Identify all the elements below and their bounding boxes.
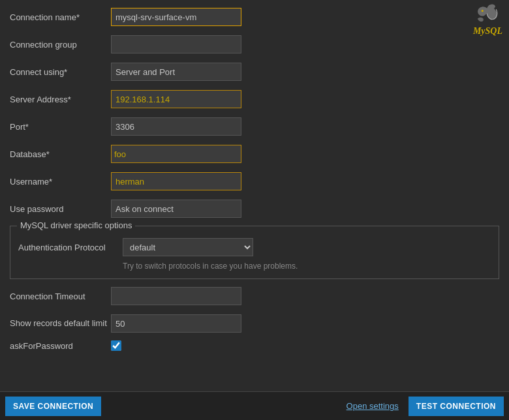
connect-using-input[interactable]: [111, 63, 241, 81]
connect-using-label: Connect using*: [10, 67, 111, 77]
auth-protocol-label: Authentication Protocol: [18, 243, 123, 252]
auth-hint: Try to switch protocols in case you have…: [123, 262, 491, 271]
show-records-label: Show records default limit: [10, 318, 111, 329]
database-label: Database*: [10, 149, 111, 159]
server-address-row: Server Address*: [10, 89, 499, 110]
connection-group-input[interactable]: [111, 35, 241, 53]
database-input[interactable]: [129, 147, 238, 161]
mysql-logo-area: MySQL: [473, 3, 502, 37]
mysql-dolphin-icon: [474, 3, 501, 26]
show-records-input[interactable]: [111, 314, 241, 333]
groupbox-inner: Authentication Protocol default Try to s…: [18, 238, 491, 271]
username-row: Username*: [10, 171, 499, 192]
connect-using-row: Connect using*: [10, 61, 499, 82]
connection-name-row: Connection name*: [10, 7, 499, 27]
connection-group-row: Connection group: [10, 34, 499, 55]
connection-name-label: Connection name*: [10, 12, 111, 22]
save-connection-button[interactable]: SAVE CONNECTION: [5, 397, 101, 416]
use-password-label: Use password: [10, 204, 111, 214]
main-container: MySQL Connection name* Connection group …: [0, 0, 509, 420]
port-label: Port*: [10, 122, 111, 132]
server-address-input[interactable]: [111, 90, 241, 108]
ask-for-password-checkbox[interactable]: [111, 340, 121, 351]
test-connection-button[interactable]: TEST CONNECTION: [409, 397, 504, 416]
database-row: Database* foo: [10, 143, 499, 164]
connection-group-label: Connection group: [10, 40, 111, 50]
content-area: Connection name* Connection group Connec…: [0, 0, 509, 391]
driver-options-groupbox: MySQL driver specific options Authentica…: [10, 226, 499, 279]
svg-point-0: [482, 10, 484, 12]
groupbox-title: MySQL driver specific options: [17, 220, 135, 230]
port-row: Port*: [10, 116, 499, 137]
connection-name-input[interactable]: [111, 8, 241, 26]
show-records-row: Show records default limit: [10, 313, 499, 334]
footer: SAVE CONNECTION Open settings TEST CONNE…: [0, 391, 509, 420]
port-input[interactable]: [111, 117, 241, 136]
server-address-label: Server Address*: [10, 95, 111, 104]
ask-for-password-label: askForPassword: [10, 341, 111, 351]
database-value-prefix: foo: [114, 149, 126, 159]
use-password-input[interactable]: [111, 200, 241, 218]
connection-timeout-input[interactable]: [111, 287, 241, 305]
open-settings-link[interactable]: Open settings: [347, 401, 399, 411]
ask-for-password-row: askForPassword: [10, 340, 499, 351]
auth-protocol-row: Authentication Protocol default: [18, 238, 491, 256]
username-input[interactable]: [111, 172, 241, 190]
connection-timeout-label: Connection Timeout: [10, 292, 111, 301]
mysql-logo: MySQL: [473, 3, 502, 37]
mysql-logo-text: MySQL: [473, 26, 502, 37]
connection-timeout-row: Connection Timeout: [10, 286, 499, 307]
username-label: Username*: [10, 177, 111, 187]
auth-protocol-select[interactable]: default: [123, 238, 253, 256]
use-password-row: Use password: [10, 198, 499, 219]
